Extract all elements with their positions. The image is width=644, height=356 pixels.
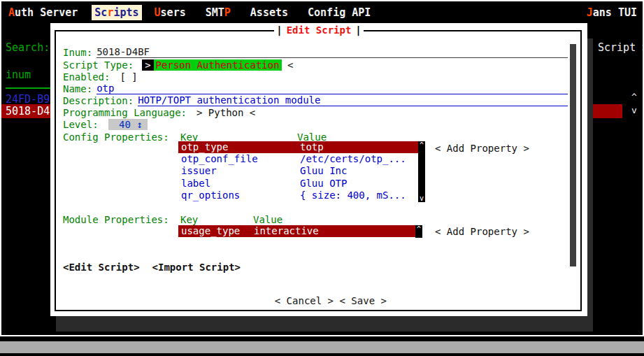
script-type-row: Script Type: > Person Authentication < [63,59,568,71]
list-item-selected-right[interactable] [593,104,622,118]
config-table-scrollbar[interactable]: ^ v [418,141,425,202]
description-row: Description: HOTP/TOPT authentication mo… [63,94,568,106]
property-value: interactive [254,225,422,237]
property-key: otp_conf_file [178,153,300,165]
title-pipe-left: | [276,24,282,36]
menu-item-smtp[interactable]: SMTP [203,5,234,20]
level-row: Level: 40 ↕ [63,118,568,130]
module-properties-header-row: Module Properties: Key Value [63,213,568,225]
property-key: issuer [178,165,300,177]
property-key: label [178,178,300,190]
module-property-row[interactable]: usage_typeinteractive [178,225,422,237]
description-value: HOTP/TOPT authentication module [138,94,320,106]
scroll-up-icon[interactable]: ^ [418,141,425,149]
dropdown-cursor-icon[interactable]: > [142,59,153,71]
property-value: { size: 400, mS... [300,190,425,201]
level-label: Level: [63,119,99,130]
property-value: Gluu Inc [300,165,425,177]
save-button[interactable]: < Save > [340,295,387,306]
menu-item-auth-server[interactable]: Auth Server [6,5,80,20]
menu-label: Assets [250,6,288,19]
description-field[interactable]: HOTP/TOPT authentication module [138,94,568,106]
name-label: Name: [63,83,92,94]
programming-language-value[interactable]: > Python < [196,107,255,118]
programming-language-label: Programming Language: [63,107,187,118]
name-row: Name: otp [63,83,568,94]
title-pipe-right: | [355,24,361,36]
config-property-row[interactable]: otp_conf_file/etc/certs/otp_... [178,153,425,165]
script-buttons-row: <Edit Script> <Import Script> [63,261,568,273]
bottom-taskbar [0,341,644,353]
config-property-row[interactable]: otp_typetotp [178,141,425,153]
cancel-button[interactable]: < Cancel > [275,295,334,306]
scroll-up-icon[interactable]: ^ [631,92,637,102]
property-value: Gluu OTP [300,178,425,190]
name-field[interactable]: otp [96,83,568,94]
module-table-scrollbar[interactable]: ^ [415,225,422,238]
enabled-row: Enabled: [ ] [63,71,568,83]
property-key: usage_type [178,225,254,237]
menu-label: uth Server [15,6,78,19]
scroll-up-icon[interactable]: ^ [415,225,422,233]
menu-bar: Auth Server Scripts Users SMTP Assets Co… [1,1,643,23]
script-type-label: Script Type: [63,59,134,71]
level-spinner-field[interactable]: 40 ↕ [108,119,148,130]
name-value: otp [96,83,114,94]
inum-value: 5018-D4BF [96,46,150,57]
module-value-header: Value [253,214,282,225]
spinner-arrows-icon[interactable]: ↕ [136,119,142,130]
scroll-down-icon[interactable]: v [418,194,425,202]
enabled-checkbox[interactable]: [ ] [120,71,137,83]
module-add-property-button[interactable]: < Add Property > [435,226,529,237]
config-add-property-button[interactable]: < Add Property > [435,143,529,154]
inum-label: Inum: [63,47,92,58]
dialog-footer-buttons: < Cancel > < Save > [50,284,587,318]
module-key-header: Key [180,214,198,225]
list-item-selected[interactable]: 5018-D4B [1,104,55,118]
config-property-row[interactable]: labelGluu OTP [178,178,425,190]
property-key: qr_options [178,190,300,201]
scroll-down-icon[interactable]: v [631,105,637,115]
app-title-label: ans TUI [593,6,637,19]
menu-label: sers [161,6,186,19]
script-type-value[interactable]: Person Authentication [154,59,282,71]
menu-item-assets[interactable]: Assets [248,5,291,20]
dropdown-close-arrow: < [282,59,294,71]
config-properties-table: otp_typetotp otp_conf_file/etc/certs/otp… [178,141,425,202]
config-properties-label: Config Properties: [63,131,169,143]
menu-label: SMT [206,6,224,19]
menu-item-users[interactable]: Users [152,5,189,20]
inum-field[interactable]: 5018-D4BF [96,46,568,58]
programming-language-row: Programming Language: > Python < [63,106,568,118]
module-properties-label: Module Properties: [63,214,169,225]
menu-hotkey: P [224,6,231,19]
breadcrumb: Script > [598,41,644,54]
enabled-label: Enabled: [63,71,110,83]
config-property-row[interactable]: qr_options{ size: 400, mS... [178,190,425,201]
level-value: 40 [113,119,137,130]
menu-hotkey: U [155,6,161,19]
import-script-button[interactable]: <Import Script> [152,262,241,273]
dialog-scrollbar[interactable] [570,44,576,266]
app-title-hotkey: J [587,6,593,19]
search-label: Search: [6,41,50,54]
menu-label: Config API [308,6,371,19]
dialog-title-bar: |Edit Script| [50,24,587,36]
inum-row: Inum: 5018-D4BF [63,46,568,58]
table-divider [6,87,50,89]
property-value: totp [300,141,425,153]
edit-script-dialog: |Edit Script| Inum: 5018-D4BF Script Typ… [50,23,587,316]
config-property-row[interactable]: issuerGluu Inc [178,165,425,177]
edit-script-button[interactable]: <Edit Script> [63,262,140,273]
column-header-inum: inum [6,69,31,81]
module-properties-table: usage_typeinteractive ^ [178,225,422,238]
menu-label: ipts [113,6,138,19]
property-value: /etc/certs/otp_... [300,153,425,165]
app-title: Jans TUI [587,6,637,19]
menu-item-scripts[interactable]: Scripts [92,5,141,20]
dialog-title: Edit Script [282,24,356,36]
menu-item-config-api[interactable]: Config API [305,5,373,20]
property-key: otp_type [178,141,300,153]
menu-hotkey: A [8,6,15,19]
menu-label: Sc [94,6,107,19]
